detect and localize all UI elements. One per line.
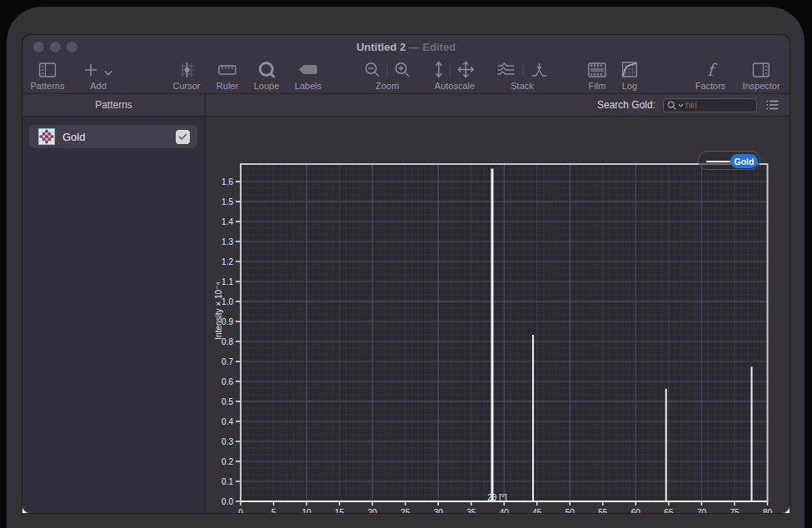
svg-text:0.5: 0.5 [222, 397, 233, 406]
svg-text:0.4: 0.4 [222, 417, 233, 426]
divider [450, 63, 451, 76]
plus-icon [84, 63, 97, 77]
pattern-visibility-checkbox[interactable] [176, 130, 190, 144]
overlay-peak-icon [531, 62, 549, 78]
svg-text:1.0: 1.0 [222, 297, 233, 306]
pattern-label: Gold [62, 131, 168, 143]
svg-text:0.6: 0.6 [222, 377, 233, 386]
svg-text:60: 60 [631, 508, 641, 513]
cursor-icon [178, 62, 195, 78]
header-strip: Patterns Search Gold: [22, 94, 790, 116]
title-bar[interactable]: Untitled 2 — Edited [22, 35, 790, 58]
toolbar: Patterns Add Cursor Ruler Loupe Labels [22, 58, 790, 93]
svg-text:45: 45 [532, 508, 542, 513]
patterns-icon [39, 62, 57, 77]
svg-text:0.9: 0.9 [222, 317, 233, 326]
vertical-scale-icon [435, 61, 443, 78]
toolbar-item-log[interactable]: Log [622, 60, 638, 91]
svg-text:0.3: 0.3 [222, 437, 233, 446]
svg-text:75: 75 [730, 508, 740, 513]
svg-text:25: 25 [401, 508, 411, 513]
sidebar-header: Patterns [22, 94, 205, 116]
tag-icon [298, 64, 318, 75]
svg-text:55: 55 [598, 508, 608, 513]
crystal-structure-icon [38, 128, 55, 145]
svg-text:0: 0 [238, 508, 243, 513]
svg-text:1.4: 1.4 [222, 217, 233, 227]
legend[interactable]: Gold [698, 151, 760, 170]
list-view-icon[interactable] [766, 100, 779, 110]
stacked-curves-icon [496, 62, 516, 77]
search-scope-chevron-icon [678, 103, 684, 107]
toolbar-item-add[interactable]: Add [84, 60, 112, 91]
toolbar-item-labels[interactable]: Labels [295, 60, 321, 91]
loupe-icon [258, 61, 276, 78]
divider [387, 63, 388, 76]
svg-text:40: 40 [500, 508, 510, 513]
x-axis-title: 2θ [°] [487, 493, 506, 502]
divider [523, 63, 524, 76]
toolbar-item-film[interactable]: Film [588, 60, 606, 91]
svg-text:10: 10 [302, 508, 312, 513]
toolbar-item-factors[interactable]: f Factors [695, 60, 726, 91]
search-field[interactable] [663, 98, 757, 112]
pattern-list-item-gold[interactable]: Gold [29, 125, 197, 148]
toolbar-item-autoscale[interactable]: Autoscale [435, 60, 475, 91]
toolbar-item-zoom[interactable]: Zoom [365, 60, 411, 91]
app-window: Untitled 2 — Edited Patterns Add Cursor … [22, 35, 790, 513]
svg-text:0.8: 0.8 [222, 337, 233, 346]
chevron-down-icon [104, 70, 112, 76]
patterns-sidebar: Gold [22, 117, 205, 513]
svg-text:0.0: 0.0 [222, 497, 233, 506]
legend-series-badge: Gold [730, 154, 758, 168]
search-icon [667, 101, 676, 110]
diffraction-plot[interactable]: 051015202530354045505560657075800.00.10.… [206, 117, 790, 513]
toolbar-item-loupe[interactable]: Loupe [254, 60, 280, 91]
window-title: Untitled 2 — Edited [22, 41, 790, 53]
svg-text:1.2: 1.2 [222, 257, 233, 266]
zoom-out-icon [365, 62, 381, 77]
search-input[interactable] [685, 100, 753, 110]
toolbar-item-ruler[interactable]: Ruler [217, 60, 238, 91]
inspector-icon [753, 62, 770, 77]
four-way-arrow-icon [457, 61, 475, 78]
film-icon [588, 62, 606, 77]
toolbar-item-inspector[interactable]: Inspector [742, 60, 780, 91]
ruler-icon [218, 65, 237, 75]
svg-text:65: 65 [664, 508, 674, 513]
svg-text:5: 5 [271, 508, 276, 513]
svg-text:20: 20 [368, 508, 378, 513]
svg-text:0.1: 0.1 [222, 477, 233, 486]
search-row: Search Gold: [206, 94, 790, 116]
svg-text:1.5: 1.5 [222, 197, 233, 207]
toolbar-item-stack[interactable]: Stack [496, 60, 549, 91]
svg-text:30: 30 [434, 508, 444, 513]
svg-text:1.3: 1.3 [222, 237, 233, 247]
toolbar-item-patterns[interactable]: Patterns [31, 60, 65, 91]
svg-text:50: 50 [565, 508, 575, 513]
svg-text:80: 80 [763, 508, 773, 513]
svg-text:15: 15 [335, 508, 345, 513]
svg-text:0.7: 0.7 [222, 357, 233, 366]
chart-pane: 051015202530354045505560657075800.00.10.… [206, 117, 790, 513]
svg-text:0.2: 0.2 [222, 457, 233, 466]
checkmark-icon [178, 133, 187, 141]
svg-text:35: 35 [466, 508, 476, 513]
zoom-in-icon [395, 62, 411, 77]
svg-text:1.1: 1.1 [222, 277, 233, 286]
search-label: Search Gold: [597, 99, 655, 111]
y-axis-title: Intensity × 10⁻⁴ [214, 281, 223, 339]
log-scale-icon [622, 62, 638, 77]
svg-text:70: 70 [697, 508, 707, 513]
toolbar-item-cursor[interactable]: Cursor [172, 60, 200, 91]
svg-text:1.6: 1.6 [222, 177, 233, 187]
function-icon: f [707, 62, 713, 78]
